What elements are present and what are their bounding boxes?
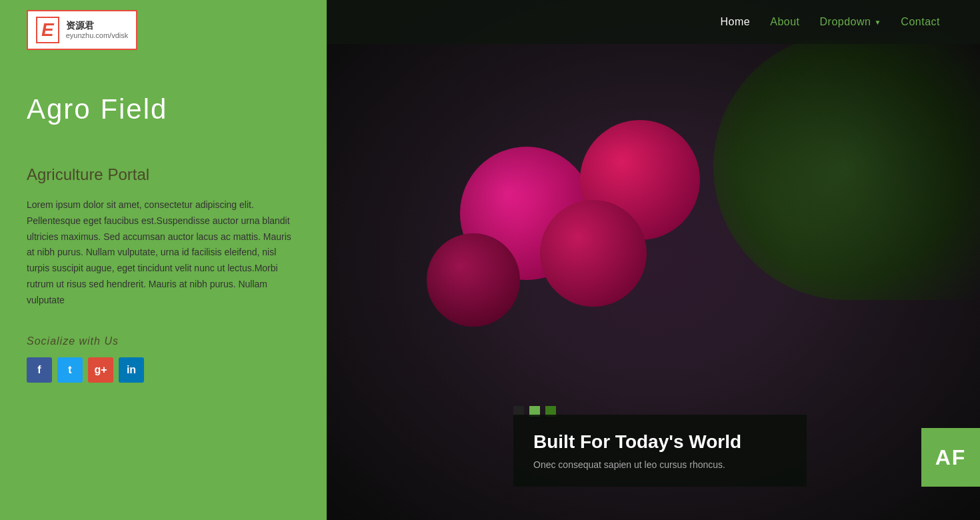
nav-link-home[interactable]: Home [721,16,751,27]
sidebar: E 资源君 eyunzhu.com/vdisk Agro Field Agric… [0,0,327,520]
hero-bg: Built For Today's World Onec consequat s… [327,0,980,520]
logo-text-sub: eyunzhu.com/vdisk [66,31,129,40]
nav-item-about[interactable]: About [770,16,799,28]
af-badge-text: AF [935,445,967,470]
social-buttons: f t g+ in [27,357,300,383]
nav-link-about[interactable]: About [770,16,799,27]
nav-link-dropdown[interactable]: Dropdown [820,16,871,28]
twitter-button[interactable]: t [57,357,83,383]
info-box-subtitle: Onec consequat sapien ut leo cursus rhon… [533,459,787,470]
logo-text-main: 资源君 [66,20,129,31]
nav-item-dropdown[interactable]: Dropdown ▼ [820,16,881,28]
facebook-button[interactable]: f [27,357,52,383]
af-badge: AF [921,428,980,487]
linkedin-button[interactable]: in [119,357,144,383]
nav-item-home[interactable]: Home [721,16,751,28]
logo-area: E 资源君 eyunzhu.com/vdisk [27,0,300,60]
info-box-title: Built For Today's World [533,431,787,453]
nav-link-contact[interactable]: Contact [901,16,940,27]
content-area: Home About Dropdown ▼ Contact [327,0,980,520]
navbar: Home About Dropdown ▼ Contact [327,0,980,44]
hero-image: Built For Today's World Onec consequat s… [327,0,980,520]
nav-items: Home About Dropdown ▼ Contact [721,16,940,28]
portal-description: Lorem ipsum dolor sit amet, consectetur … [27,197,300,309]
info-box: Built For Today's World Onec consequat s… [513,415,807,487]
logo-icon: E [36,17,59,43]
portal-title: Agriculture Portal [27,165,300,184]
dropdown-arrow-icon: ▼ [874,19,881,26]
google-button[interactable]: g+ [88,357,113,383]
main-container: E 资源君 eyunzhu.com/vdisk Agro Field Agric… [0,0,980,520]
social-title: Socialize with Us [27,335,300,347]
nav-item-contact[interactable]: Contact [901,16,940,28]
logo-text: 资源君 eyunzhu.com/vdisk [66,20,129,40]
logo-box[interactable]: E 资源君 eyunzhu.com/vdisk [27,10,137,50]
site-title: Agro Field [27,93,300,125]
